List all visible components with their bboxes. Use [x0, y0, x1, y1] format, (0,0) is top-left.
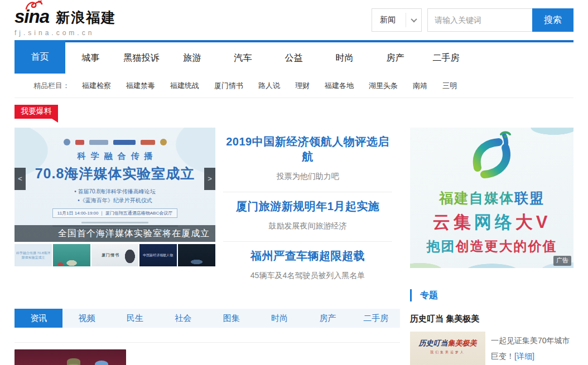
subnav-item-tongzhan[interactable]: 福建统战 [170, 81, 199, 91]
nav-item-auto[interactable]: 汽车 [218, 42, 268, 74]
topics-header: 专题 [410, 286, 573, 305]
topics-header-label[interactable]: 专题 [420, 290, 438, 301]
carousel-column: 科学融合传播 70.8海洋媒体实验室成立 • 首届70.8海洋科学传播高峰论坛 … [15, 128, 215, 291]
thumbnail-5[interactable] [178, 244, 215, 266]
nav-item-home[interactable]: 首页 [15, 40, 65, 74]
tab-shishang[interactable]: 时尚 [256, 309, 303, 328]
thumbnail-3[interactable]: 厦门情书 [91, 244, 138, 266]
topic-title[interactable]: 历史叮当 集美极美 [410, 314, 573, 324]
page: sina 新浪福建 fj.sina.com.cn 新闻 搜索 首页 城事 黑猫投… [0, 0, 588, 365]
subnav-item-lurenshuo[interactable]: 路人说 [258, 81, 280, 91]
nav-item-charity[interactable]: 公益 [268, 42, 319, 74]
carousel[interactable]: 科学融合传播 70.8海洋媒体实验室成立 • 首届70.8海洋科学传播高峰论坛 … [15, 128, 215, 242]
ad-line-1: 福建自媒体联盟 [410, 189, 573, 207]
nav-item-heimao[interactable]: 黑猫投诉 [116, 42, 167, 74]
fj-alliance-logo-icon [459, 131, 526, 186]
slide-subtitle: 科学融合传播 [15, 151, 215, 162]
carousel-thumbnails: 科学融合传播 70.8海洋媒体实验室成立 厦门情书 中国新经济领航人物 [15, 244, 215, 266]
ad-line2-part1: 云集 [433, 212, 474, 232]
headline-group-3: 福州严查车辆超限超载 45辆车及4名驾驶员被列入黑名单 [223, 242, 392, 291]
subnav-label: 精品栏目： [33, 81, 70, 91]
thumbnail-4[interactable]: 中国新经济领航人物 [139, 244, 177, 266]
subnav-item-nanjing[interactable]: 南靖 [413, 81, 427, 91]
carousel-caption[interactable]: 全国首个海洋媒体实验室将在厦成立 [15, 225, 215, 242]
tab-fangchan[interactable]: 房产 [303, 309, 351, 328]
nav-item-secondhand[interactable]: 二手房 [421, 42, 471, 74]
partner-logos [15, 128, 215, 145]
search-bar: 新闻 搜索 [372, 8, 573, 32]
tab-zixun[interactable]: 资讯 [15, 309, 62, 328]
subnav-item-huli[interactable]: 湖里头条 [369, 81, 398, 91]
carousel-next-button[interactable]: > [204, 168, 215, 190]
headline-group-1: 2019中国新经济领航人物评选启航 投票为他们助力吧 [223, 128, 392, 192]
slide-bullet-1: • 首届70.8海洋科学传播高峰论坛 [15, 187, 215, 196]
site-header: sina 新浪福建 fj.sina.com.cn 新闻 搜索 [15, 0, 573, 40]
baoliao-badge[interactable]: 我要爆料 [15, 105, 58, 119]
topics-section: 专题 历史叮当 集美极美 历史叮当集美极美 我们集美追梦人 一起见证集美70年城… [410, 286, 573, 365]
ad-line1-part2: 自媒体 [469, 190, 514, 206]
headline-sub[interactable]: 45辆车及4名驾驶员被列入黑名单 [223, 271, 392, 281]
main-column: 科学融合传播 70.8海洋媒体实验室成立 • 首届70.8海洋科学传播高峰论坛 … [15, 128, 400, 365]
nav-item-house[interactable]: 房产 [370, 42, 421, 74]
subnav-item-gedi[interactable]: 福建各地 [325, 81, 354, 91]
subnav-item-sanming[interactable]: 三明 [442, 81, 457, 91]
tab-ershoufang[interactable]: 二手房 [352, 309, 400, 328]
ad-line2-part3: 大V [515, 212, 551, 232]
headline-group-2: 厦门旅游新规明年1月起实施 鼓励发展夜间旅游经济 [223, 192, 392, 242]
logo-row: sina 新浪福建 [15, 7, 116, 26]
ad-line3-part2: 创造更大的价值 [456, 239, 557, 254]
ad-line3-part1: 抱团 [427, 239, 456, 254]
slide-bullet-2: •《蓝海百年》纪录片开机仪式 [15, 196, 215, 205]
topic-detail-link[interactable]: [详细] [514, 352, 534, 361]
news-image[interactable] [15, 349, 126, 365]
sina-eye-icon [25, 1, 44, 11]
slide-bullets: • 首届70.8海洋科学传播高峰论坛 •《蓝海百年》纪录片开机仪式 [15, 187, 215, 205]
subnav-item-qingshu[interactable]: 厦门情书 [214, 81, 243, 91]
ad-badge: 广告 [553, 256, 571, 266]
tab-minsheng[interactable]: 民生 [111, 309, 159, 328]
topic-description: 一起见证集美70年城市巨变！[详细] [491, 332, 573, 365]
chevron-down-icon [406, 13, 421, 27]
sub-nav: 精品栏目： 福建检察 福建禁毒 福建统战 厦门情书 路人说 理财 福建各地 湖里… [15, 74, 573, 98]
slide-schedule: 11月1日 14:00-19:00 ｜ 厦门佰翔五通酒店格物ABC会议厅 [52, 208, 177, 218]
site-logo[interactable]: sina 新浪福建 fj.sina.com.cn [15, 4, 116, 36]
search-button[interactable]: 搜索 [532, 8, 573, 32]
topic-image[interactable]: 历史叮当集美极美 我们集美追梦人 [410, 332, 485, 365]
search-category-select[interactable]: 新闻 [372, 8, 422, 32]
subnav-item-licai[interactable]: 理财 [295, 81, 310, 91]
top-row: 科学融合传播 70.8海洋媒体实验室成立 • 首届70.8海洋科学传播高峰论坛 … [15, 128, 400, 291]
ad-line1-part3: 联盟 [514, 190, 544, 206]
ad-line-3: 抱团创造更大的价值 [410, 237, 573, 255]
headline-sub[interactable]: 鼓励发展夜间旅游经济 [223, 221, 392, 231]
search-category-label: 新闻 [372, 15, 406, 25]
ad-line-2: 云集网络大V [410, 211, 573, 234]
topic-row: 历史叮当集美极美 我们集美追梦人 一起见证集美70年城市巨变！[详细] [410, 332, 573, 365]
logo-cn-text: 新浪福建 [56, 11, 116, 26]
headline-title[interactable]: 福州严查车辆超限超载 [223, 249, 392, 264]
subnav-item-jindu[interactable]: 福建禁毒 [126, 81, 155, 91]
tab-tuji[interactable]: 图集 [208, 309, 256, 328]
slide-title: 70.8海洋媒体实验室成立 [15, 164, 215, 183]
search-input[interactable] [427, 8, 532, 32]
news-item: 第十六届中国戏剧节在福州开幕 持续至11月12日 [15, 342, 400, 365]
main-nav: 首页 城事 黑猫投诉 旅游 汽车 公益 时尚 房产 二手房 [15, 40, 573, 74]
nav-item-city[interactable]: 城事 [65, 42, 116, 74]
tab-shipin[interactable]: 视频 [62, 309, 110, 328]
nav-item-travel[interactable]: 旅游 [167, 42, 218, 74]
subnav-item-jiancha[interactable]: 福建检察 [82, 81, 111, 91]
headline-title[interactable]: 厦门旅游新规明年1月起实施 [223, 199, 392, 214]
content: 科学融合传播 70.8海洋媒体实验室成立 • 首届70.8海洋科学传播高峰论坛 … [15, 128, 573, 365]
headline-sub[interactable]: 投票为他们助力吧 [223, 172, 392, 182]
thumbnail-2[interactable] [53, 244, 90, 266]
topic-image-subtext: 我们集美追梦人 [410, 350, 485, 355]
logo-domain: fj.sina.com.cn [15, 30, 116, 36]
nav-item-fashion[interactable]: 时尚 [319, 42, 370, 74]
ad-banner[interactable]: 福建自媒体联盟 云集网络大V 抱团创造更大的价值 广告 [410, 128, 573, 268]
tab-shehui[interactable]: 社会 [159, 309, 207, 328]
carousel-prev-button[interactable]: < [15, 168, 26, 190]
thumbnail-1[interactable]: 科学融合传播 70.8海洋媒体实验室成立 [15, 244, 52, 266]
headline-title[interactable]: 2019中国新经济领航人物评选启航 [223, 134, 392, 164]
ad-line1-part1: 福建 [439, 190, 469, 206]
headlines-column: 2019中国新经济领航人物评选启航 投票为他们助力吧 厦门旅游新规明年1月起实施… [215, 128, 400, 291]
ad-line2-part2: 网络 [474, 212, 515, 232]
